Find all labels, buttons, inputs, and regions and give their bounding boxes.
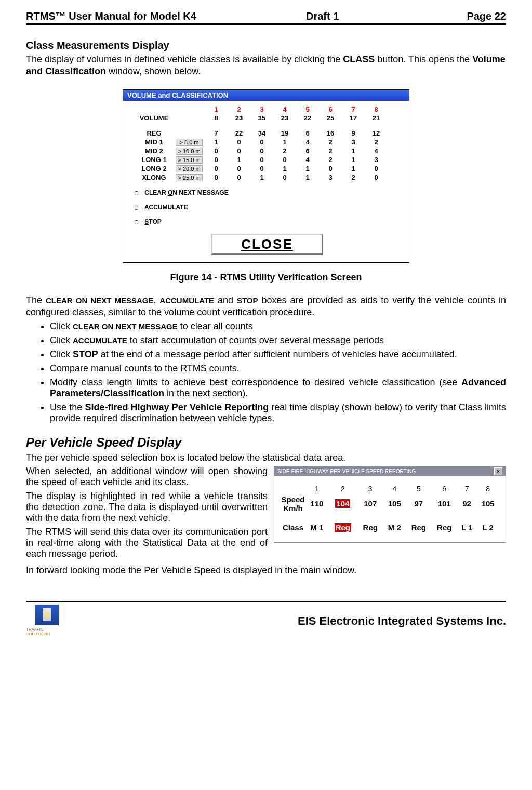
vc-value: 1 xyxy=(342,164,365,173)
vc-row: MID 2> 10.0 m00026214 xyxy=(135,146,388,155)
accumulate-checkbox[interactable]: ▢ ACCUMULATE xyxy=(135,204,400,211)
vc-value: 16 xyxy=(319,129,342,138)
threshold-button[interactable]: > 10.0 m xyxy=(176,148,203,155)
page-header: RTMS™ User Manual for Model K4 Draft 1 P… xyxy=(26,10,506,25)
sp-col-5: 5 xyxy=(406,484,431,494)
class-value: Reg xyxy=(328,522,357,533)
vc-table: 1 2 3 4 5 6 7 8 VOLUME823352322251721REG… xyxy=(135,105,388,182)
stop-checkbox[interactable]: ▢ STOP xyxy=(135,218,400,225)
vc-value: 1 xyxy=(296,173,319,182)
vc-value: 2 xyxy=(319,146,342,155)
class-bold: CLASS xyxy=(343,54,375,64)
vc-row-label: LONG 1 xyxy=(135,155,174,164)
close-icon[interactable]: × xyxy=(494,467,502,475)
vc-threshold-cell xyxy=(174,129,205,138)
eis-logo: TRAFFIC SOLUTIONS xyxy=(26,605,68,638)
vc-value: 19 xyxy=(273,129,296,138)
vc-value: 0 xyxy=(250,155,273,164)
vc-value: 1 xyxy=(205,138,228,146)
vc-col-5: 5 xyxy=(296,105,319,114)
logo-tagline: TRAFFIC SOLUTIONS xyxy=(26,627,68,636)
vc-value: 2 xyxy=(273,146,296,155)
clear-on-next-checkbox[interactable]: ▢ CLEAR ON NEXT MESSAGE xyxy=(135,189,400,196)
vc-value: 2 xyxy=(365,138,388,146)
vc-value: 1 xyxy=(228,155,250,164)
vc-value: 9 xyxy=(342,129,365,138)
intro-paragraph: The display of volumes in defined vehicl… xyxy=(26,53,506,77)
vc-col-1: 1 xyxy=(205,105,228,114)
vc-value: 0 xyxy=(273,155,296,164)
bullet-bold: Side-fired Highway Per Vehicle Reporting xyxy=(85,402,269,412)
class-value: Reg xyxy=(357,522,383,533)
vc-value: 6 xyxy=(296,129,319,138)
pv-p4: The RTMS will send this data over its co… xyxy=(26,527,268,559)
vc-value: 0 xyxy=(228,138,250,146)
vc-threshold-cell: > 20.0 m xyxy=(174,164,205,173)
bullet-item: Click STOP at the end of a message perio… xyxy=(50,349,506,360)
section-title-class-measurements: Class Measurements Display xyxy=(26,39,506,51)
vc-value: 0 xyxy=(273,173,296,182)
speed-value: 107 xyxy=(357,494,383,514)
vc-row-label: MID 2 xyxy=(135,146,174,155)
vc-value: 0 xyxy=(205,155,228,164)
vc-threshold-cell xyxy=(174,114,205,123)
threshold-button[interactable]: > 8.0 m xyxy=(176,139,203,146)
close-button[interactable]: CLOSE xyxy=(211,234,323,255)
vc-col-7: 7 xyxy=(342,105,365,114)
vc-value: 22 xyxy=(228,129,250,138)
speed-value: 105 xyxy=(476,494,499,514)
class-value: L 2 xyxy=(476,522,499,533)
vc-threshold-cell: > 15.0 m xyxy=(174,155,205,164)
class-value: L 1 xyxy=(457,522,476,533)
class-value: M 1 xyxy=(305,522,328,533)
threshold-button[interactable]: > 20.0 m xyxy=(176,165,203,172)
vc-value: 17 xyxy=(342,114,365,123)
vc-value: 4 xyxy=(296,138,319,146)
vc-value: 3 xyxy=(342,138,365,146)
vc-value: 21 xyxy=(365,114,388,123)
sp-col-1: 1 xyxy=(305,484,328,494)
vc-threshold-cell: > 8.0 m xyxy=(174,138,205,146)
vc-threshold-cell: > 10.0 m xyxy=(174,146,205,155)
vc-value: 4 xyxy=(296,155,319,164)
speed-reporting-window: SIDE-FIRE HIGHWAY PER VEHICLE SPEED REPO… xyxy=(274,466,506,543)
speed-value: 101 xyxy=(432,494,457,514)
vc-value: 4 xyxy=(365,146,388,155)
vc-value: 1 xyxy=(273,138,296,146)
bullet-item: Click CLEAR ON NEXT MESSAGE to clear all… xyxy=(50,321,506,332)
header-mid: Draft 1 xyxy=(306,10,433,22)
bullet-item: Use the Side-fired Highway Per Vehicle R… xyxy=(50,402,506,424)
vc-value: 0 xyxy=(205,173,228,182)
pv-p5: In forward looking mode the Per Vehicle … xyxy=(26,565,506,577)
para-aids: The CLEAR ON NEXT MESSAGE, ACCUMULATE an… xyxy=(26,294,506,318)
vc-value: 0 xyxy=(228,173,250,182)
speed-value: 104 xyxy=(328,494,357,514)
bullet-bold: ACCUMULATE xyxy=(73,336,127,345)
vc-value: 0 xyxy=(250,146,273,155)
vc-row: LONG 2> 20.0 m00011010 xyxy=(135,164,388,173)
bullet-item: Click ACCUMULATE to start accumulation o… xyxy=(50,335,506,346)
vc-value: 0 xyxy=(365,164,388,173)
threshold-button[interactable]: > 15.0 m xyxy=(176,156,203,164)
class-value: Reg xyxy=(406,522,431,533)
vc-value: 6 xyxy=(296,146,319,155)
header-right: Page 22 xyxy=(433,10,506,22)
class-value: M 2 xyxy=(383,522,406,533)
speed-table: 1 2 3 4 5 6 7 8 SpeedKm/h110104107105971… xyxy=(281,484,499,533)
vc-value: 1 xyxy=(296,164,319,173)
figure-caption: Figure 14 - RTMS Utility Verification Sc… xyxy=(26,272,506,283)
vc-row: REG7223419616912 xyxy=(135,129,388,138)
vc-row-label: VOLUME xyxy=(135,114,174,123)
vc-value: 2 xyxy=(319,138,342,146)
class-row-label: Class xyxy=(281,522,305,533)
volume-classification-window: VOLUME and CLASSIFICATION 1 2 3 4 5 6 7 … xyxy=(123,89,409,263)
vc-value: 0 xyxy=(228,164,250,173)
vc-value: 7 xyxy=(205,129,228,138)
pv-p3: The display is highlighted in red while … xyxy=(26,491,268,524)
vc-value: 1 xyxy=(273,164,296,173)
clear-label: CLEAR ON NEXT MESSAGE xyxy=(46,296,153,305)
bullet-bold: STOP xyxy=(73,349,98,359)
vc-row: MID 1> 8.0 m10014232 xyxy=(135,138,388,146)
threshold-button[interactable]: > 25.0 m xyxy=(176,174,203,181)
vc-col-2: 2 xyxy=(228,105,250,114)
